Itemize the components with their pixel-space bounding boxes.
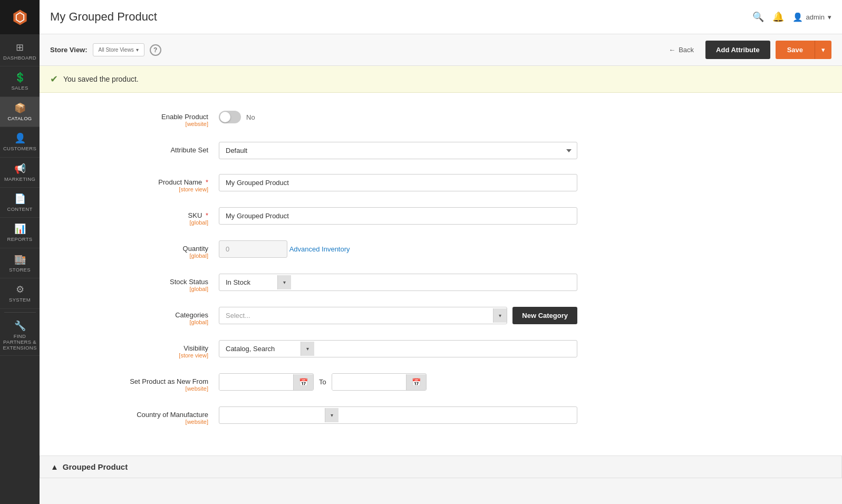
extensions-icon: 🔧 bbox=[14, 320, 26, 332]
sidebar-item-label: MARKETING bbox=[4, 176, 35, 182]
categories-select[interactable]: Select... bbox=[219, 307, 493, 324]
success-check-icon: ✔ bbox=[50, 73, 58, 85]
sidebar-item-customers[interactable]: 👤 CUSTOMERS bbox=[0, 127, 40, 157]
sidebar-item-label: SALES bbox=[11, 85, 28, 91]
toggle-wrap: No bbox=[219, 109, 577, 123]
sidebar-item-reports[interactable]: 📊 REPORTS bbox=[0, 218, 40, 248]
save-dropdown-arrow-icon: ▾ bbox=[821, 46, 825, 54]
date-to-input[interactable] bbox=[332, 374, 406, 390]
success-message: ✔ You saved the product. bbox=[40, 66, 842, 93]
dropdown-arrow-icon: ▾ bbox=[828, 13, 831, 21]
sku-row: SKU * [global] bbox=[103, 207, 821, 226]
product-name-input[interactable] bbox=[219, 174, 577, 191]
categories-sublabel: [global] bbox=[103, 319, 208, 325]
header-right: 🔍 🔔 👤 admin ▾ bbox=[752, 11, 831, 23]
attribute-set-label: Attribute Set bbox=[103, 142, 219, 154]
quantity-row: Quantity [global] Advanced Inventory bbox=[103, 240, 821, 259]
country-select[interactable]: United States China Germany bbox=[219, 407, 325, 423]
sidebar-item-marketing[interactable]: 📢 MARKETING bbox=[0, 158, 40, 188]
date-from-wrap: 📅 bbox=[219, 373, 314, 391]
product-name-row: Product Name * [store view] bbox=[103, 174, 821, 192]
product-name-control bbox=[219, 174, 577, 191]
country-label: Country of Manufacture [website] bbox=[103, 406, 219, 425]
date-to-wrap: 📅 bbox=[332, 373, 427, 391]
calendar-to-icon[interactable]: 📅 bbox=[406, 374, 426, 390]
visibility-control: Not Visible Individually Catalog Search … bbox=[219, 340, 577, 357]
enable-product-sublabel: [website] bbox=[103, 121, 208, 127]
section-collapse-icon: ▲ bbox=[51, 462, 59, 471]
search-icon[interactable]: 🔍 bbox=[752, 11, 764, 23]
store-view-value: All Store Views bbox=[99, 47, 134, 53]
stock-status-select-wrap: In Stock Out of Stock ▾ bbox=[219, 274, 577, 291]
visibility-select[interactable]: Not Visible Individually Catalog Search … bbox=[219, 341, 301, 357]
sidebar: ⊞ DASHBOARD 💲 SALES 📦 CATALOG 👤 CUSTOMER… bbox=[0, 0, 40, 504]
user-icon: 👤 bbox=[792, 12, 803, 22]
help-icon[interactable]: ? bbox=[150, 44, 161, 56]
page-title: My Grouped Product bbox=[50, 10, 157, 24]
back-label: Back bbox=[679, 46, 694, 54]
sidebar-item-stores[interactable]: 🏬 STORES bbox=[0, 248, 40, 278]
enable-product-toggle[interactable] bbox=[219, 111, 241, 123]
new-category-button[interactable]: New Category bbox=[512, 307, 577, 324]
store-view-label: Store View: bbox=[50, 46, 88, 54]
sidebar-item-label: STORES bbox=[9, 267, 31, 273]
customers-icon: 👤 bbox=[14, 132, 26, 144]
quantity-input[interactable] bbox=[219, 240, 287, 258]
attribute-set-select[interactable]: Default bbox=[219, 142, 577, 159]
sidebar-item-label: REPORTS bbox=[7, 236, 33, 242]
categories-select-wrap: Select... ▾ bbox=[219, 307, 507, 324]
top-header: My Grouped Product 🔍 🔔 👤 admin ▾ bbox=[40, 0, 842, 34]
store-view-selector[interactable]: All Store Views ▾ bbox=[93, 43, 144, 56]
content-icon: 📄 bbox=[14, 193, 26, 205]
visibility-select-wrap: Not Visible Individually Catalog Search … bbox=[219, 340, 577, 357]
back-arrow-icon: ← bbox=[669, 46, 675, 54]
save-button[interactable]: Save bbox=[776, 41, 815, 59]
sidebar-item-extensions[interactable]: 🔧 FIND PARTNERS & EXTENSIONS bbox=[0, 316, 40, 356]
calendar-from-icon[interactable]: 📅 bbox=[293, 374, 313, 390]
categories-row: Categories [global] Select... ▾ New Cate… bbox=[103, 307, 821, 325]
store-view-arrow-icon: ▾ bbox=[136, 47, 139, 53]
categories-label: Categories [global] bbox=[103, 307, 219, 325]
new-from-label: Set Product as New From [website] bbox=[103, 373, 219, 392]
admin-label: admin bbox=[806, 13, 825, 21]
admin-user-menu[interactable]: 👤 admin ▾ bbox=[792, 12, 831, 22]
sidebar-item-catalog[interactable]: 📦 CATALOG bbox=[0, 97, 40, 127]
form-area: Enable Product [website] No Attribute Se… bbox=[40, 93, 842, 455]
quantity-label: Quantity [global] bbox=[103, 240, 219, 259]
sidebar-item-content[interactable]: 📄 CONTENT bbox=[0, 188, 40, 218]
new-from-control: 📅 To 📅 bbox=[219, 373, 577, 391]
quantity-control: Advanced Inventory bbox=[219, 240, 577, 258]
sidebar-item-sales[interactable]: 💲 SALES bbox=[0, 66, 40, 96]
stock-status-arrow-icon: ▾ bbox=[277, 275, 291, 289]
visibility-row: Visibility [store view] Not Visible Indi… bbox=[103, 340, 821, 358]
content-area: ✔ You saved the product. Enable Product … bbox=[40, 66, 842, 504]
success-text: You saved the product. bbox=[63, 75, 139, 83]
grouped-product-section-header[interactable]: ▲ Grouped Product bbox=[40, 455, 842, 478]
advanced-inventory-link[interactable]: Advanced Inventory bbox=[289, 245, 350, 253]
visibility-sublabel: [store view] bbox=[103, 352, 208, 358]
stores-icon: 🏬 bbox=[14, 254, 26, 265]
country-control: United States China Germany ▾ bbox=[219, 406, 577, 424]
product-name-sublabel: [store view] bbox=[103, 186, 208, 192]
categories-arrow-icon: ▾ bbox=[493, 308, 507, 323]
notifications-icon[interactable]: 🔔 bbox=[772, 11, 784, 23]
save-dropdown-button[interactable]: ▾ bbox=[815, 41, 831, 59]
sku-sublabel: [global] bbox=[103, 219, 208, 226]
sidebar-item-label: CONTENT bbox=[7, 206, 32, 212]
country-row: Country of Manufacture [website] United … bbox=[103, 406, 821, 425]
back-button[interactable]: ← Back bbox=[662, 42, 700, 58]
country-sublabel: [website] bbox=[103, 419, 208, 425]
toolbar-left: Store View: All Store Views ▾ ? bbox=[50, 43, 161, 56]
sidebar-item-dashboard[interactable]: ⊞ DASHBOARD bbox=[0, 36, 40, 66]
date-from-input[interactable] bbox=[219, 374, 293, 390]
enable-product-control: No bbox=[219, 109, 577, 123]
quantity-sublabel: [global] bbox=[103, 253, 208, 259]
add-attribute-button[interactable]: Add Attribute bbox=[705, 41, 770, 59]
sidebar-item-system[interactable]: ⚙ SYSTEM bbox=[0, 278, 40, 308]
catalog-icon: 📦 bbox=[14, 102, 26, 114]
marketing-icon: 📢 bbox=[14, 163, 26, 175]
stock-status-select[interactable]: In Stock Out of Stock bbox=[219, 274, 277, 290]
sku-input[interactable] bbox=[219, 207, 577, 225]
logo[interactable] bbox=[0, 0, 40, 34]
stock-status-sublabel: [global] bbox=[103, 286, 208, 292]
